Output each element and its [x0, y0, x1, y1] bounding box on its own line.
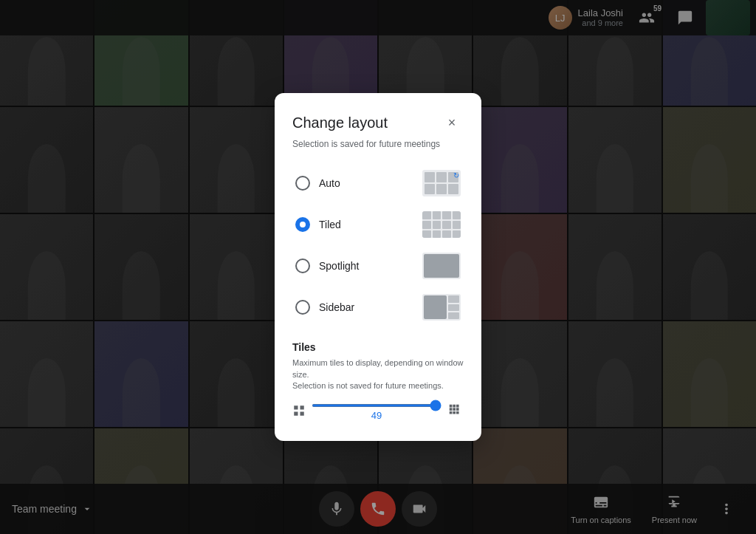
- change-layout-modal: Change layout × Selection is saved for f…: [275, 93, 481, 440]
- tiles-section: Tiles Maximum tiles to display, dependin…: [292, 341, 464, 422]
- tiles-value: 49: [312, 410, 441, 421]
- layout-options: Auto ↻ Tiled: [292, 164, 464, 326]
- modal-header: Change layout ×: [292, 111, 464, 134]
- tiles-slider-wrap: 49: [312, 404, 441, 421]
- layout-option-tiled[interactable]: Tiled: [292, 205, 464, 244]
- layout-label-sidebar: Sidebar: [319, 301, 422, 313]
- layout-preview-sidebar: [422, 294, 461, 321]
- radio-tiled: [295, 217, 310, 232]
- tiles-description: Maximum tiles to display, depending on w…: [292, 357, 464, 391]
- grid-large-icon: [447, 403, 464, 423]
- modal-overlay[interactable]: Change layout × Selection is saved for f…: [0, 0, 756, 534]
- radio-tiled-inner: [300, 222, 306, 227]
- grid-small-icon: [292, 404, 306, 421]
- tiles-title: Tiles: [292, 341, 464, 353]
- slider-row: 49: [292, 403, 464, 423]
- refresh-icon: ↻: [453, 171, 459, 179]
- modal-title: Change layout: [292, 114, 388, 131]
- layout-label-tiled: Tiled: [319, 219, 422, 230]
- layout-label-auto: Auto: [319, 177, 422, 189]
- layout-preview-tiled: [422, 211, 461, 238]
- close-modal-button[interactable]: ×: [440, 111, 464, 134]
- layout-preview-spotlight: [422, 253, 461, 279]
- tiles-slider[interactable]: [312, 404, 441, 407]
- layout-option-spotlight[interactable]: Spotlight: [292, 247, 464, 285]
- radio-spotlight: [295, 259, 310, 273]
- modal-subtitle: Selection is saved for future meetings: [292, 139, 464, 149]
- layout-label-spotlight: Spotlight: [319, 260, 422, 272]
- layout-preview-auto: ↻: [422, 170, 461, 196]
- layout-option-sidebar[interactable]: Sidebar: [292, 288, 464, 326]
- radio-sidebar: [295, 300, 310, 315]
- radio-auto: [295, 176, 310, 191]
- layout-option-auto[interactable]: Auto ↻: [292, 164, 464, 202]
